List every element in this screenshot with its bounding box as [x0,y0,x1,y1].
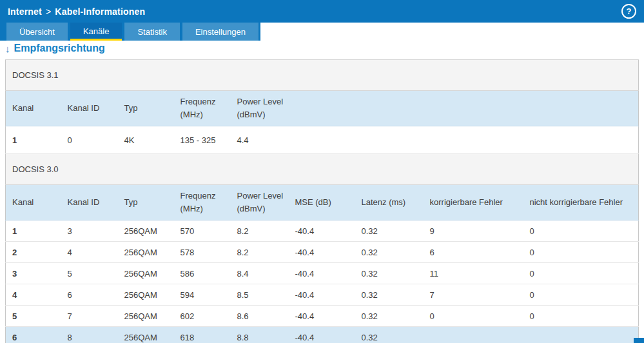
empfangsrichtung-heading[interactable]: ↓ Empfangsrichtung [5,43,644,54]
tab-kanaele[interactable]: Kanäle [70,23,122,41]
table-cell: 135 - 325 [174,126,231,154]
channel-table: DOCSIS 3.1KanalKanal IDTypFrequenz(MHz)P… [5,59,639,343]
table-row: 46256QAM5948.5-40.40.3270 [6,284,639,306]
empfangsrichtung-label: Empfangsrichtung [14,43,105,54]
table-row: 24256QAM5788.2-40.40.3260 [6,242,639,263]
table-cell: 1 [6,126,61,154]
table-cell: 570 [174,220,231,242]
column-header-cell: Kanal ID [61,185,118,220]
table-cell: 3 [6,263,61,284]
table-cell: 8.2 [231,220,289,242]
table-cell: 8.2 [231,242,289,263]
table-cell: 0.32 [355,242,424,263]
breadcrumb: Internet>Kabel-Informationen [8,6,145,17]
table-cell: 256QAM [118,327,174,343]
table-cell: 256QAM [118,284,174,306]
table-cell: 8 [61,327,118,343]
table-cell: -40.4 [289,263,355,284]
table-cell [289,126,355,154]
table-cell [523,126,639,154]
table-cell: 4 [6,284,61,306]
column-header-cell: Latenz (ms) [355,185,424,220]
table-cell [424,126,523,154]
column-header-cell: Typ [118,185,174,220]
table-row: 57256QAM6028.6-40.40.3200 [6,306,639,327]
tab-uebersicht[interactable]: Übersicht [6,23,68,41]
table-cell: 6 [6,327,61,343]
table-cell: 0.32 [355,306,424,327]
top-header: Internet>Kabel-Informationen ? [0,0,644,23]
table-cell [523,327,639,343]
table-row: 68256QAM6188.8-40.40.32 [6,327,639,343]
column-header-cell: Power Level(dBmV) [231,185,289,220]
table-cell: 0.32 [355,220,424,242]
column-header-row: KanalKanal IDTypFrequenz(MHz)Power Level… [6,91,639,126]
table-cell: 0.32 [355,263,424,284]
table-cell: -40.4 [289,284,355,306]
column-header-cell: nicht korrigierbare Fehler [523,185,639,220]
section-title-row: DOCSIS 3.0 [6,154,639,185]
table-cell: -40.4 [289,306,355,327]
down-arrow-icon: ↓ [5,43,10,54]
breadcrumb-separator: > [46,6,51,17]
table-cell: 0 [523,263,639,284]
floating-button-partial[interactable] [634,338,644,343]
column-header-cell [523,91,639,126]
column-header-cell [289,91,355,126]
table-cell: 2 [6,242,61,263]
table-cell: 602 [174,306,231,327]
table-cell: 4K [118,126,174,154]
table-row: 13256QAM5708.2-40.40.3290 [6,220,639,242]
table-cell: 0 [523,306,639,327]
table-cell: 0 [523,242,639,263]
table-cell: 0 [523,220,639,242]
breadcrumb-section[interactable]: Internet [8,6,42,17]
table-cell: 0 [61,126,118,154]
table-cell: 8.5 [231,284,289,306]
column-header-cell: Typ [118,91,174,126]
column-header-cell: Frequenz(MHz) [174,185,231,220]
table-cell: 256QAM [118,242,174,263]
table-cell: 0 [523,284,639,306]
column-header-cell: Kanal ID [61,91,118,126]
table-cell: 256QAM [118,263,174,284]
section-title: DOCSIS 3.0 [6,154,639,185]
table-cell: 3 [61,220,118,242]
table-cell: -40.4 [289,327,355,343]
column-header-row: KanalKanal IDTypFrequenz(MHz)Power Level… [6,185,639,220]
table-row: 104K135 - 3254.4 [6,126,639,154]
table-cell: 256QAM [118,220,174,242]
table-cell: 8.6 [231,306,289,327]
table-cell: 1 [6,220,61,242]
table-cell: 6 [61,284,118,306]
table-cell [355,126,424,154]
table-cell: 0.32 [355,284,424,306]
table-cell: 594 [174,284,231,306]
breadcrumb-page: Kabel-Informationen [55,6,145,17]
column-header-cell [424,91,523,126]
table-cell: 8.4 [231,263,289,284]
tab-statistik[interactable]: Statistik [124,23,180,41]
table-cell: 256QAM [118,306,174,327]
table-cell: 6 [424,242,523,263]
table-cell [424,327,523,343]
table-cell: 578 [174,242,231,263]
table-cell: 586 [174,263,231,284]
table-cell: 0 [424,306,523,327]
table-cell: 7 [424,284,523,306]
tab-einstellungen[interactable]: Einstellungen [182,23,259,41]
column-header-cell: Power Level(dBmV) [231,91,289,126]
table-cell: 9 [424,220,523,242]
help-button[interactable]: ? [621,4,636,19]
channel-table-body: DOCSIS 3.1KanalKanal IDTypFrequenz(MHz)P… [6,60,639,343]
table-cell: 4 [61,242,118,263]
table-cell: 0.32 [355,327,424,343]
tab-strip: Übersicht Kanäle Statistik Einstellungen [0,23,260,41]
column-header-cell [355,91,424,126]
table-cell: 5 [61,263,118,284]
table-cell: -40.4 [289,220,355,242]
column-header-cell: MSE (dB) [289,185,355,220]
tab-bar: Übersicht Kanäle Statistik Einstellungen [0,23,644,41]
column-header-cell: korrigierbare Fehler [424,185,523,220]
table-cell: 618 [174,327,231,343]
